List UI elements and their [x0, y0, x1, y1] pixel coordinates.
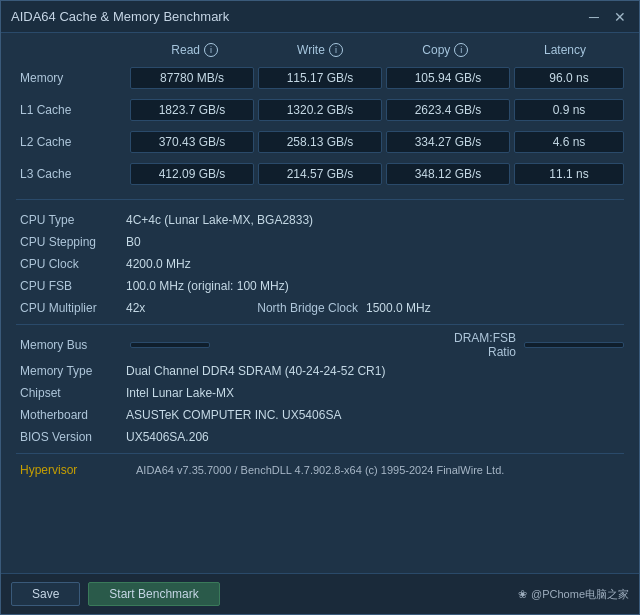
l3-write: 214.57 GB/s	[258, 163, 382, 185]
watermark-icon: ❀	[518, 588, 527, 601]
footer-buttons: Save Start Benchmark	[11, 582, 220, 606]
cpu-info: CPU Type 4C+4c (Lunar Lake-MX, BGA2833) …	[16, 210, 624, 480]
col-header-copy: Copy i	[385, 43, 506, 57]
memory-bus-label: Memory Bus	[16, 338, 126, 352]
close-button[interactable]: ✕	[611, 8, 629, 26]
cpu-fsb-value: 100.0 MHz (original: 100 MHz)	[126, 277, 624, 295]
motherboard-value: ASUSTeK COMPUTER INC. UX5406SA	[126, 406, 624, 424]
hypervisor-label: Hypervisor	[16, 463, 126, 477]
chipset-label: Chipset	[16, 386, 126, 400]
col-header-label	[20, 43, 130, 57]
bench-header: Read i Write i Copy i Latency	[16, 43, 624, 57]
cpu-type-row: CPU Type 4C+4c (Lunar Lake-MX, BGA2833)	[16, 210, 624, 230]
start-benchmark-button[interactable]: Start Benchmark	[88, 582, 219, 606]
l3-copy: 348.12 GB/s	[386, 163, 510, 185]
cpu-type-label: CPU Type	[16, 213, 126, 227]
motherboard-row: Motherboard ASUSTeK COMPUTER INC. UX5406…	[16, 405, 624, 425]
chipset-value: Intel Lunar Lake-MX	[126, 384, 624, 402]
divider-3	[16, 453, 624, 454]
cpu-stepping-value: B0	[126, 233, 624, 251]
motherboard-label: Motherboard	[16, 408, 126, 422]
memory-read: 87780 MB/s	[130, 67, 254, 89]
l3-read: 412.09 GB/s	[130, 163, 254, 185]
watermark-text: @PChome电脑之家	[531, 587, 629, 602]
minimize-button[interactable]: ─	[585, 8, 603, 26]
copy-info-icon[interactable]: i	[454, 43, 468, 57]
cpu-fsb-label: CPU FSB	[16, 279, 126, 293]
cpu-multiplier-label: CPU Multiplier	[16, 301, 126, 315]
dram-fsb-label: DRAM:FSB Ratio	[420, 331, 520, 359]
hypervisor-text: AIDA64 v7.35.7000 / BenchDLL 4.7.902.8-x…	[136, 464, 504, 476]
memory-bus-value	[130, 342, 210, 348]
col-header-latency: Latency	[510, 43, 620, 57]
titlebar: AIDA64 Cache & Memory Benchmark ─ ✕	[1, 1, 639, 33]
l2-latency: 4.6 ns	[514, 131, 624, 153]
titlebar-controls: ─ ✕	[585, 8, 629, 26]
memory-type-label: Memory Type	[16, 364, 126, 378]
north-bridge-label: North Bridge Clock	[206, 301, 366, 315]
memory-write: 115.17 GB/s	[258, 67, 382, 89]
col-header-write: Write i	[259, 43, 380, 57]
write-info-icon[interactable]: i	[329, 43, 343, 57]
bios-row: BIOS Version UX5406SA.206	[16, 427, 624, 447]
memory-bus-row: Memory Bus DRAM:FSB Ratio	[16, 331, 624, 359]
cpu-clock-label: CPU Clock	[16, 257, 126, 271]
cpu-stepping-label: CPU Stepping	[16, 235, 126, 249]
cpu-clock-value: 4200.0 MHz	[126, 255, 624, 273]
table-row: Memory 87780 MB/s 115.17 GB/s 105.94 GB/…	[16, 67, 624, 89]
memory-label: Memory	[16, 71, 126, 85]
main-content: Read i Write i Copy i Latency Memory 877…	[1, 33, 639, 573]
hypervisor-row: Hypervisor AIDA64 v7.35.7000 / BenchDLL …	[16, 460, 624, 480]
main-window: AIDA64 Cache & Memory Benchmark ─ ✕ Read…	[0, 0, 640, 615]
l3-label: L3 Cache	[16, 167, 126, 181]
chipset-row: Chipset Intel Lunar Lake-MX	[16, 383, 624, 403]
table-row: L3 Cache 412.09 GB/s 214.57 GB/s 348.12 …	[16, 163, 624, 185]
l1-read: 1823.7 GB/s	[130, 99, 254, 121]
read-info-icon[interactable]: i	[204, 43, 218, 57]
l1-latency: 0.9 ns	[514, 99, 624, 121]
l2-read: 370.43 GB/s	[130, 131, 254, 153]
north-bridge-value: 1500.0 MHz	[366, 299, 506, 317]
cpu-stepping-row: CPU Stepping B0	[16, 232, 624, 252]
memory-type-value: Dual Channel DDR4 SDRAM (40-24-24-52 CR1…	[126, 362, 624, 380]
divider-2	[16, 324, 624, 325]
cpu-multiplier-value: 42x	[126, 299, 206, 317]
bios-value: UX5406SA.206	[126, 428, 624, 446]
footer: Save Start Benchmark ❀ @PChome电脑之家	[1, 573, 639, 614]
divider-1	[16, 199, 624, 200]
memory-copy: 105.94 GB/s	[386, 67, 510, 89]
table-row: L2 Cache 370.43 GB/s 258.13 GB/s 334.27 …	[16, 131, 624, 153]
col-header-read: Read i	[134, 43, 255, 57]
bios-label: BIOS Version	[16, 430, 126, 444]
dram-fsb-value	[524, 342, 624, 348]
l1-label: L1 Cache	[16, 103, 126, 117]
cpu-fsb-row: CPU FSB 100.0 MHz (original: 100 MHz)	[16, 276, 624, 296]
cpu-clock-row: CPU Clock 4200.0 MHz	[16, 254, 624, 274]
l2-copy: 334.27 GB/s	[386, 131, 510, 153]
cpu-type-value: 4C+4c (Lunar Lake-MX, BGA2833)	[126, 211, 624, 229]
l2-write: 258.13 GB/s	[258, 131, 382, 153]
cpu-multiplier-row: CPU Multiplier 42x North Bridge Clock 15…	[16, 298, 624, 318]
memory-latency: 96.0 ns	[514, 67, 624, 89]
l2-label: L2 Cache	[16, 135, 126, 149]
save-button[interactable]: Save	[11, 582, 80, 606]
l3-latency: 11.1 ns	[514, 163, 624, 185]
l1-write: 1320.2 GB/s	[258, 99, 382, 121]
watermark: ❀ @PChome电脑之家	[518, 587, 629, 602]
window-title: AIDA64 Cache & Memory Benchmark	[11, 9, 229, 24]
memory-type-row: Memory Type Dual Channel DDR4 SDRAM (40-…	[16, 361, 624, 381]
l1-copy: 2623.4 GB/s	[386, 99, 510, 121]
table-row: L1 Cache 1823.7 GB/s 1320.2 GB/s 2623.4 …	[16, 99, 624, 121]
